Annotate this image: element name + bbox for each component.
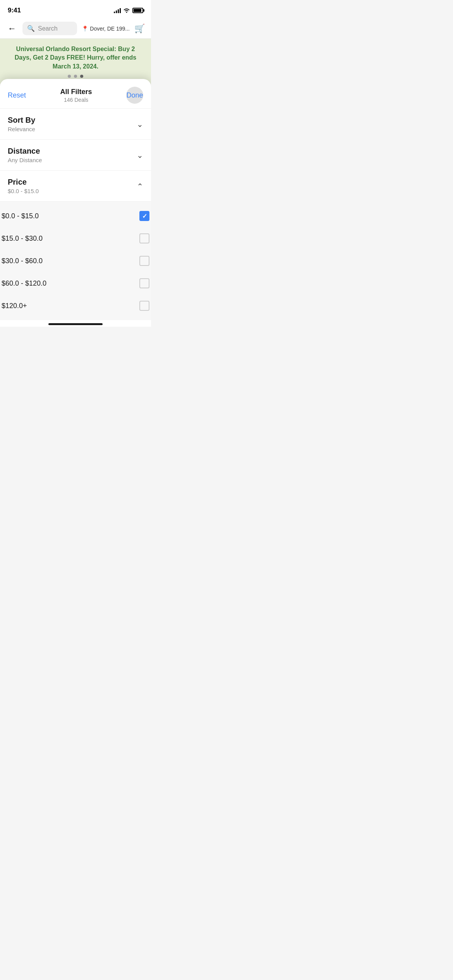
filter-sheet: Reset All Filters 146 Deals Done Sort By… [0, 79, 151, 327]
wifi-icon [123, 7, 130, 14]
signal-icon [114, 8, 121, 13]
price-option-120plus[interactable]: $120.0+ [0, 295, 151, 317]
sortby-header[interactable]: Sort By Relevance ⌄ [8, 116, 143, 132]
price-label-120plus: $120.0+ [2, 302, 27, 310]
search-icon: 🔍 [27, 25, 35, 32]
search-bar[interactable]: 🔍 Search [22, 22, 77, 35]
promo-banner: Universal Orlando Resort Special: Buy 2 … [0, 39, 151, 84]
home-indicator [0, 320, 151, 327]
status-time: 9:41 [8, 7, 21, 14]
price-title: Price [8, 178, 39, 187]
home-bar [48, 323, 103, 325]
location-bar[interactable]: 📍 Dover, DE 199... [82, 26, 130, 32]
location-pin-icon: 📍 [82, 26, 88, 32]
back-button[interactable]: ← [6, 22, 18, 35]
battery-icon [132, 8, 143, 13]
promo-dots [8, 75, 143, 78]
sortby-title: Sort By [8, 116, 35, 125]
price-checkbox-30-60[interactable] [139, 256, 149, 266]
promo-dot-3[interactable] [80, 75, 83, 78]
filter-reset-button[interactable]: Reset [8, 91, 26, 99]
price-options: $0.0 - $15.0 $15.0 - $30.0 $30.0 - $60.0… [0, 202, 151, 320]
distance-chevron-icon: ⌄ [137, 151, 143, 160]
price-subtitle: $0.0 - $15.0 [8, 188, 39, 194]
price-checkbox-60-120[interactable] [139, 278, 149, 288]
price-chevron-icon: ⌄ [137, 182, 143, 191]
price-checkbox-15-30[interactable] [139, 233, 149, 243]
filter-title-block: All Filters 146 Deals [60, 88, 92, 103]
price-label-60-120: $60.0 - $120.0 [2, 279, 46, 288]
filter-header: Reset All Filters 146 Deals Done [0, 79, 151, 109]
price-option-0-15[interactable]: $0.0 - $15.0 [0, 205, 151, 227]
filter-section-distance: Distance Any Distance ⌄ [0, 140, 151, 171]
filter-done-button[interactable]: Done [126, 87, 143, 104]
price-checkbox-0-15[interactable] [139, 211, 149, 221]
price-label-0-15: $0.0 - $15.0 [2, 212, 39, 220]
location-text: Dover, DE 199... [90, 26, 130, 32]
price-label-15-30: $15.0 - $30.0 [2, 235, 43, 243]
status-bar: 9:41 [0, 0, 151, 19]
price-label-30-60: $30.0 - $60.0 [2, 257, 43, 265]
promo-dot-2[interactable] [74, 75, 77, 78]
price-option-60-120[interactable]: $60.0 - $120.0 [0, 272, 151, 295]
filter-title: All Filters [60, 88, 92, 96]
promo-text: Universal Orlando Resort Special: Buy 2 … [8, 45, 143, 71]
filter-deals-count: 146 Deals [60, 97, 92, 103]
price-option-30-60[interactable]: $30.0 - $60.0 [0, 250, 151, 272]
filter-section-sortby: Sort By Relevance ⌄ [0, 109, 151, 140]
promo-dot-1[interactable] [68, 75, 71, 78]
filter-section-price: Price $0.0 - $15.0 ⌄ [0, 171, 151, 202]
cart-button[interactable]: 🛒 [134, 24, 145, 34]
back-arrow-icon: ← [8, 24, 16, 33]
price-header[interactable]: Price $0.0 - $15.0 ⌄ [8, 178, 143, 194]
search-placeholder: Search [38, 25, 58, 32]
cart-icon: 🛒 [134, 24, 145, 33]
price-checkbox-120plus[interactable] [139, 301, 149, 311]
distance-title: Distance [8, 147, 42, 156]
status-icons [114, 7, 143, 14]
distance-header[interactable]: Distance Any Distance ⌄ [8, 147, 143, 163]
distance-subtitle: Any Distance [8, 157, 42, 163]
price-option-15-30[interactable]: $15.0 - $30.0 [0, 227, 151, 250]
sortby-subtitle: Relevance [8, 126, 35, 132]
sortby-chevron-icon: ⌄ [137, 120, 143, 129]
nav-bar: ← 🔍 Search 📍 Dover, DE 199... 🛒 [0, 19, 151, 39]
